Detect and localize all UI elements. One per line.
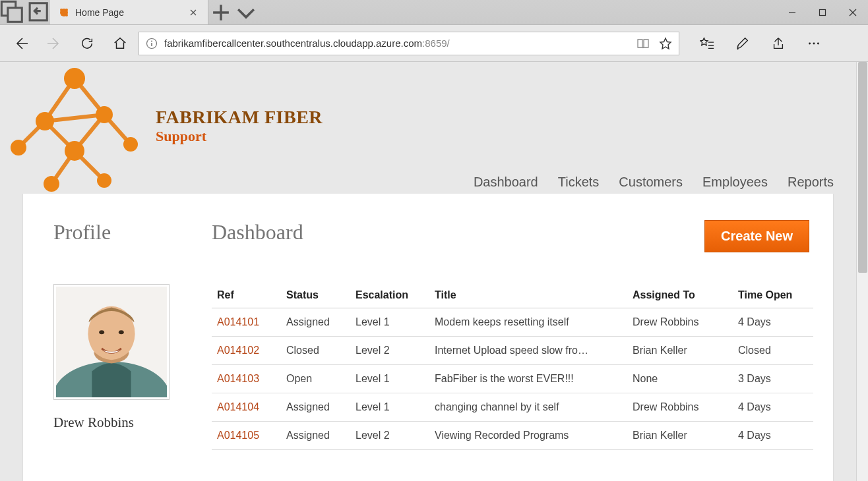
favorite-star-icon[interactable] [659,37,672,50]
svg-point-23 [64,68,85,89]
cell-status: Open [281,365,350,393]
cell-escalation: Level 2 [350,337,429,365]
profile-name: Drew Robbins [53,414,185,431]
cell-time: 4 Days [733,308,813,337]
cell-time: 4 Days [733,393,813,422]
table-row[interactable]: A014102ClosedLevel 2Internet Upload spee… [212,337,813,365]
browser-tab[interactable]: Home Page [50,0,208,24]
favorites-list-icon[interactable] [693,29,722,58]
cell-assigned: Drew Robbins [627,393,733,422]
nav-tickets[interactable]: Tickets [558,175,600,190]
main-nav: Dashboard Tickets Customers Employees Re… [474,175,834,190]
svg-point-25 [96,106,113,123]
svg-point-35 [119,330,124,334]
svg-point-34 [99,330,104,334]
cell-status: Assigned [281,308,350,337]
cell-time: 3 Days [733,365,813,393]
browser-toolbar: fabrikamfibercallcenter.southcentralus.c… [0,25,868,62]
site-info-icon[interactable] [146,38,158,49]
cell-title: Viewing Recorded Programs [429,422,627,450]
logo-icon [5,62,144,200]
scrollbar-thumb[interactable] [858,62,867,273]
create-new-button[interactable]: Create New [704,220,809,252]
svg-point-30 [97,173,111,188]
svg-point-28 [123,137,138,152]
svg-point-13 [817,42,819,44]
brand-subtitle: Support [156,128,323,145]
svg-point-5 [65,9,68,11]
svg-point-26 [11,140,26,156]
window-minimize-button[interactable] [777,0,807,24]
col-ref: Ref [212,283,281,308]
svg-point-9 [151,40,152,42]
forward-button[interactable] [40,29,69,58]
url-text: fabrikamfibercallcenter.southcentralus.c… [164,38,450,49]
more-menu-icon[interactable] [799,29,828,58]
tab-menu-icon[interactable] [233,0,259,24]
table-row[interactable]: A014104AssignedLevel 1changing channel b… [212,393,813,422]
new-tab-button[interactable] [208,0,233,24]
cell-assigned: Brian Keller [627,337,733,365]
cell-assigned: None [627,365,733,393]
col-assigned: Assigned To [627,283,733,308]
table-row[interactable]: A014103OpenLevel 1FabFiber is the worst … [212,365,813,393]
set-aside-tabs-icon[interactable] [25,0,50,24]
profile-heading: Profile [53,220,185,244]
address-bar[interactable]: fabrikamfibercallcenter.southcentralus.c… [139,32,679,55]
col-time: Time Open [733,283,813,308]
table-row[interactable]: A014105AssignedLevel 2Viewing Recorded P… [212,422,813,450]
svg-point-4 [60,9,63,11]
window-maximize-button[interactable] [807,0,838,24]
table-header-row: Ref Status Escalation Title Assigned To … [212,283,813,308]
tab-close-icon[interactable] [187,6,200,19]
brand-title: FABRIKAM FIBER [156,107,323,128]
svg-rect-1 [8,7,22,21]
home-button[interactable] [106,29,135,58]
cell-title: Internet Upload speed slow fro… [429,337,627,365]
col-status: Status [281,283,350,308]
share-icon[interactable] [764,29,793,58]
cell-ref[interactable]: A014104 [212,393,281,422]
svg-point-24 [36,112,54,130]
cell-escalation: Level 1 [350,365,429,393]
cell-title: Modem keeps resetting itself [429,308,627,337]
content-card: Create New Profile [22,194,834,481]
nav-reports[interactable]: Reports [788,175,834,190]
window-close-button[interactable] [838,0,868,24]
refresh-button[interactable] [73,29,102,58]
cell-assigned: Drew Robbins [627,308,733,337]
tab-title: Home Page [75,7,181,18]
svg-point-29 [44,176,59,192]
tickets-table: Ref Status Escalation Title Assigned To … [212,283,813,450]
cell-status: Assigned [281,422,350,450]
page-viewport: FABRIKAM FIBER Support Dashboard Tickets… [0,62,868,481]
nav-employees[interactable]: Employees [702,175,768,190]
table-row[interactable]: A014101AssignedLevel 1Modem keeps resett… [212,308,813,337]
nav-dashboard[interactable]: Dashboard [474,175,538,190]
cell-status: Assigned [281,393,350,422]
svg-rect-7 [820,9,826,15]
cell-title: FabFiber is the worst EVER!!! [429,365,627,393]
notes-icon[interactable] [728,29,757,58]
cell-assigned: Brian Keller [627,422,733,450]
tab-actions-icon[interactable] [0,0,25,24]
window-titlebar: Home Page [0,0,868,25]
col-title: Title [429,283,627,308]
cell-escalation: Level 2 [350,422,429,450]
cell-status: Closed [281,337,350,365]
svg-point-11 [809,42,811,44]
svg-point-6 [65,14,68,16]
cell-time: 4 Days [733,422,813,450]
nav-customers[interactable]: Customers [619,175,683,190]
cell-ref[interactable]: A014101 [212,308,281,337]
back-button[interactable] [7,29,36,58]
col-escalation: Escalation [350,283,429,308]
cell-ref[interactable]: A014103 [212,365,281,393]
reading-view-icon[interactable] [636,37,650,50]
cell-time: Closed [733,337,813,365]
scrollbar[interactable] [856,62,868,481]
cell-title: changing channel by it self [429,393,627,422]
cell-ref[interactable]: A014105 [212,422,281,450]
svg-rect-10 [151,43,152,46]
cell-ref[interactable]: A014102 [212,337,281,365]
